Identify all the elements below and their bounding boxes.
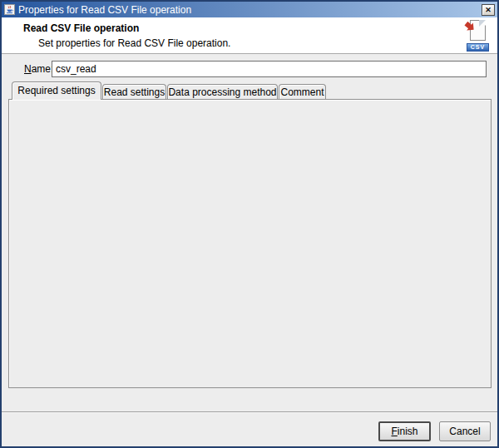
title-bar[interactable]: Properties for Read CSV File operation ✕ (2, 2, 497, 17)
finish-button[interactable]: Finish (378, 421, 431, 441)
name-input[interactable] (52, 61, 487, 77)
tab-read-settings[interactable]: Read settings (102, 84, 166, 100)
csv-file-icon: CSV (465, 19, 490, 52)
java-cup-icon (4, 4, 15, 15)
footer-divider (2, 411, 497, 413)
window-title: Properties for Read CSV File operation (18, 4, 478, 16)
cancel-label: Cancel (449, 426, 480, 437)
page-subtitle: Set properties for Read CSV File operati… (38, 37, 230, 49)
dialog-header: Read CSV File operation Set properties f… (2, 17, 497, 54)
tab-required-settings[interactable]: Required settings (12, 81, 101, 100)
close-glyph: ✕ (485, 6, 492, 14)
tab-label: Comment (280, 86, 324, 98)
required-settings-panel (8, 99, 492, 388)
tab-label: Read settings (104, 86, 165, 98)
tab-comment[interactable]: Comment (279, 84, 326, 100)
tab-label: Required settings (17, 85, 95, 96)
name-label: Name: (24, 61, 53, 77)
cancel-button[interactable]: Cancel (439, 421, 491, 441)
csv-badge: CSV (467, 43, 489, 52)
tab-data-processing-method[interactable]: Data processing method (167, 84, 278, 100)
red-import-arrow-icon (464, 22, 476, 33)
folded-corner-icon (479, 20, 486, 27)
properties-dialog: Properties for Read CSV File operation ✕… (0, 0, 499, 448)
page-title: Read CSV File operation (23, 22, 139, 34)
close-icon[interactable]: ✕ (482, 4, 495, 16)
tab-label: Data processing method (168, 86, 276, 98)
